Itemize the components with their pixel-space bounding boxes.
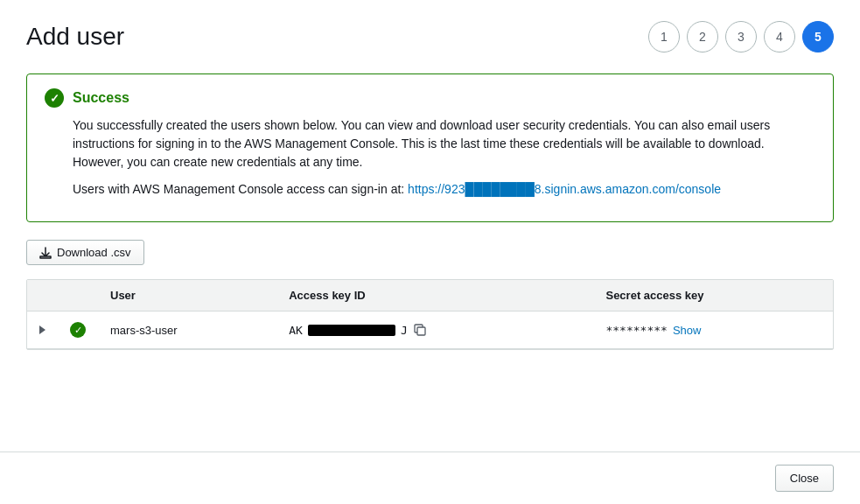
access-key-prefix: AK <box>289 324 303 337</box>
access-key-suffix: J <box>401 324 408 337</box>
credentials-table: User Access key ID Secret access key ✓ m… <box>27 280 833 349</box>
col-access-key-header: Access key ID <box>276 280 593 312</box>
table-row: ✓ mars-s3-user AK J <box>27 312 833 349</box>
col-expand <box>27 280 58 312</box>
console-access-text: Users with AWS Management Console access… <box>73 180 815 199</box>
chevron-right-icon <box>39 326 45 334</box>
row-status: ✓ <box>58 312 98 349</box>
col-user-header: User <box>98 280 276 312</box>
steps-navigation: 1 2 3 4 5 <box>648 21 834 52</box>
row-success-icon: ✓ <box>70 322 86 338</box>
show-secret-key-link[interactable]: Show <box>673 324 702 337</box>
col-status <box>58 280 98 312</box>
svg-rect-0 <box>417 327 425 335</box>
step-1: 1 <box>648 21 680 52</box>
success-title: Success <box>73 90 129 106</box>
step-5: 5 <box>802 21 834 52</box>
row-secret-key: ********* Show <box>593 312 833 349</box>
access-key-redacted <box>308 325 395 336</box>
row-expand-toggle[interactable] <box>27 312 58 349</box>
col-secret-key-header: Secret access key <box>593 280 833 312</box>
step-3: 3 <box>725 21 757 52</box>
step-4: 4 <box>764 21 795 52</box>
row-user-name: mars-s3-user <box>98 312 276 349</box>
success-banner: ✓ Success You successfully created the u… <box>26 74 834 222</box>
page-footer: Close <box>0 452 860 504</box>
page-title: Add user <box>26 23 124 51</box>
console-signin-link[interactable]: https://923████████8.signin.aws.amazon.c… <box>408 182 721 196</box>
secret-key-dots: ********* <box>605 324 667 337</box>
success-body-text: You successfully created the users shown… <box>73 116 815 172</box>
download-csv-button[interactable]: Download .csv <box>26 240 144 265</box>
download-icon <box>39 247 52 259</box>
copy-access-key-icon[interactable] <box>413 323 427 337</box>
credentials-table-container: User Access key ID Secret access key ✓ m… <box>26 279 834 350</box>
success-icon: ✓ <box>45 88 64 108</box>
row-access-key: AK J <box>276 312 593 349</box>
close-button[interactable]: Close <box>775 465 834 492</box>
step-2: 2 <box>687 21 718 52</box>
